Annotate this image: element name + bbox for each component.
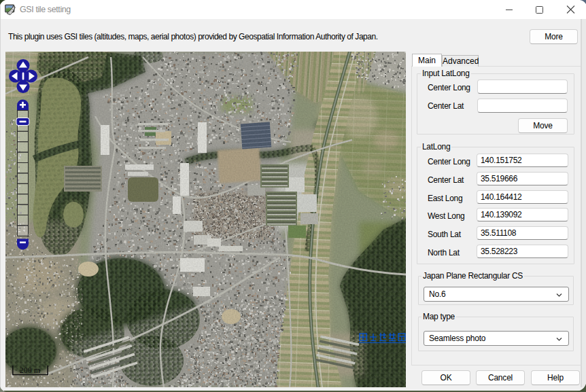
svg-text:200 m: 200 m	[20, 366, 41, 375]
